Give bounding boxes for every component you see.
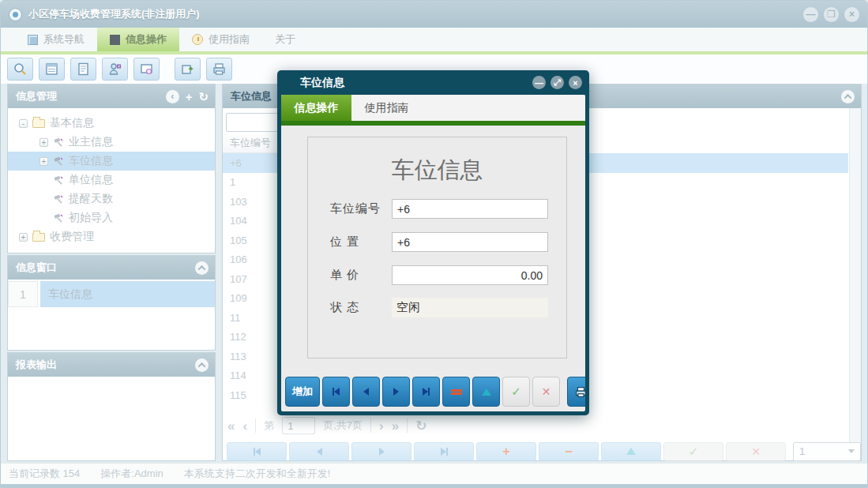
collapse-up-icon[interactable] [195, 261, 209, 275]
tree-label: 收费管理 [50, 230, 94, 244]
restore-icon[interactable]: ❐ [824, 7, 839, 22]
field-label-status: 状 态 [330, 300, 392, 315]
dialog-minimize-icon[interactable]: — [532, 76, 546, 89]
info-manage-panel: 信息管理 ‹ + ↻ - 基本信息 + 业主信息 [7, 84, 216, 253]
preview-window-button[interactable] [133, 58, 160, 81]
vertical-scrollbar[interactable] [849, 108, 861, 460]
last-record-button[interactable] [412, 377, 440, 407]
expand-expander-icon[interactable]: + [39, 138, 48, 147]
cancel-button[interactable]: ✕ [726, 442, 786, 461]
minimize-icon[interactable]: — [803, 7, 818, 22]
status-bar: 当前记录数 154 操作者:Admin 本系统支持二次开发和全新开发! [1, 463, 867, 484]
pagination-bar: « ‹ 第 页,共7页 › » ↻ [227, 414, 845, 437]
edit-icon [482, 389, 491, 396]
page-suffix: 页,共7页 [323, 419, 363, 433]
tree-label: 基本信息 [50, 116, 94, 130]
dialog-titlebar[interactable]: 车位信息 — ⤢ × [281, 70, 585, 95]
prev-record-button[interactable] [352, 377, 380, 407]
tree-label: 单位信息 [69, 173, 113, 187]
window-titlebar: 小区停车场收费管理系统(非注册用户) — ❐ × [1, 1, 867, 28]
document-button[interactable] [70, 58, 96, 81]
first-page-icon[interactable]: « [227, 419, 235, 433]
cancel-button[interactable]: ✕ [532, 377, 560, 407]
tree-item-parking-info[interactable]: + 车位信息 [8, 152, 215, 171]
collapse-left-icon[interactable]: ‹ [166, 90, 179, 103]
app-icon [9, 8, 22, 21]
dialog-form-area: 车位信息 车位编号 位 置 单 价 状 态 空闲 [281, 126, 585, 372]
print-button[interactable] [206, 58, 232, 81]
tree-item-unit-info[interactable]: 单位信息 [8, 171, 215, 190]
x-icon: ✕ [751, 445, 761, 458]
menu-item-about[interactable]: 关于 [262, 28, 308, 51]
edit-record-button[interactable] [472, 377, 500, 407]
page-size-combo[interactable]: 1 [793, 442, 861, 461]
location-input[interactable] [392, 232, 548, 252]
window-title: 小区停车场收费管理系统(非注册用户) [28, 7, 200, 21]
confirm-button[interactable]: ✓ [502, 377, 530, 407]
user-button[interactable] [102, 58, 128, 81]
user-icon [107, 62, 122, 77]
add-button[interactable]: 增加 [285, 377, 320, 407]
window-controls: — ❐ × [803, 7, 859, 22]
menu-item-user-guide[interactable]: 使用指南 [179, 28, 262, 51]
collapse-expander-icon[interactable]: - [19, 119, 28, 128]
delete-record-button[interactable] [442, 377, 470, 407]
grid-icon [110, 35, 120, 45]
menu-item-info-operation[interactable]: 信息操作 [97, 28, 179, 51]
next-page-icon[interactable]: › [379, 419, 384, 433]
last-page-icon[interactable]: » [392, 419, 399, 433]
prev-page-icon[interactable]: ‹ [242, 419, 247, 433]
app-window: 小区停车场收费管理系统(非注册用户) — ❐ × 系统导航 信息操作 使用指南 … [0, 0, 868, 488]
first-record-button[interactable] [322, 377, 350, 407]
chevron-down-icon [848, 449, 855, 456]
close-icon[interactable]: × [844, 7, 859, 22]
edit-icon [626, 448, 636, 455]
parking-no-input[interactable] [392, 199, 548, 219]
menu-label: 系统导航 [43, 32, 85, 47]
tree-item-initial-import[interactable]: 初始导入 [8, 208, 215, 227]
tree-item-fee-manage[interactable]: + 收费管理 [8, 227, 215, 246]
info-tree: - 基本信息 + 业主信息 + 车位信息 单位信息 [8, 108, 215, 246]
tree-item-owner-info[interactable]: + 业主信息 [8, 133, 215, 152]
export-button[interactable] [175, 58, 201, 81]
window-frame-bottom [1, 484, 867, 488]
tree-label: 车位信息 [69, 154, 113, 168]
refresh-tree-icon[interactable]: ↻ [198, 91, 209, 103]
dialog-title: 车位信息 [300, 76, 344, 90]
panel-title: 信息窗口 [16, 261, 57, 275]
next-record-button[interactable] [351, 442, 411, 461]
last-record-button[interactable] [414, 442, 474, 461]
collapse-up-icon[interactable] [841, 90, 855, 103]
next-record-button[interactable] [382, 377, 410, 407]
tree-item-remind-days[interactable]: 提醒天数 [8, 190, 215, 208]
search-button[interactable] [7, 58, 33, 81]
tree-label: 业主信息 [69, 135, 113, 149]
dialog-maximize-icon[interactable]: ⤢ [550, 76, 564, 89]
dialog-body: 信息操作 使用指南 车位信息 车位编号 位 置 单 价 [281, 95, 585, 411]
dialog-tab-info-operation[interactable]: 信息操作 [281, 95, 351, 121]
minus-icon [451, 389, 462, 395]
edit-record-button[interactable] [601, 442, 661, 461]
refresh-icon[interactable]: ↻ [415, 419, 426, 433]
info-window-row: 1 车位信息 [8, 281, 215, 307]
tree-item-basic-info[interactable]: - 基本信息 [8, 114, 215, 133]
delete-record-button[interactable]: − [539, 442, 599, 461]
menu-item-system-nav[interactable]: 系统导航 [15, 28, 97, 51]
tool-icon [53, 193, 64, 205]
add-node-icon[interactable]: + [186, 91, 193, 103]
dialog-tab-user-guide[interactable]: 使用指南 [351, 95, 422, 121]
add-record-button[interactable]: + [476, 442, 536, 461]
unit-price-input[interactable] [392, 265, 548, 285]
prev-record-button[interactable] [289, 442, 349, 461]
confirm-button[interactable]: ✓ [663, 442, 723, 461]
collapse-up-icon[interactable] [195, 358, 209, 372]
print-button[interactable] [567, 377, 585, 407]
first-record-button[interactable] [227, 442, 287, 461]
expand-expander-icon[interactable]: + [39, 157, 48, 166]
page-number-input[interactable] [282, 417, 315, 434]
form-view-button[interactable] [39, 58, 65, 81]
menu-label: 信息操作 [126, 32, 167, 47]
dialog-close-icon[interactable]: × [569, 76, 582, 89]
expand-expander-icon[interactable]: + [19, 233, 28, 242]
info-window-item[interactable]: 车位信息 [40, 281, 215, 307]
